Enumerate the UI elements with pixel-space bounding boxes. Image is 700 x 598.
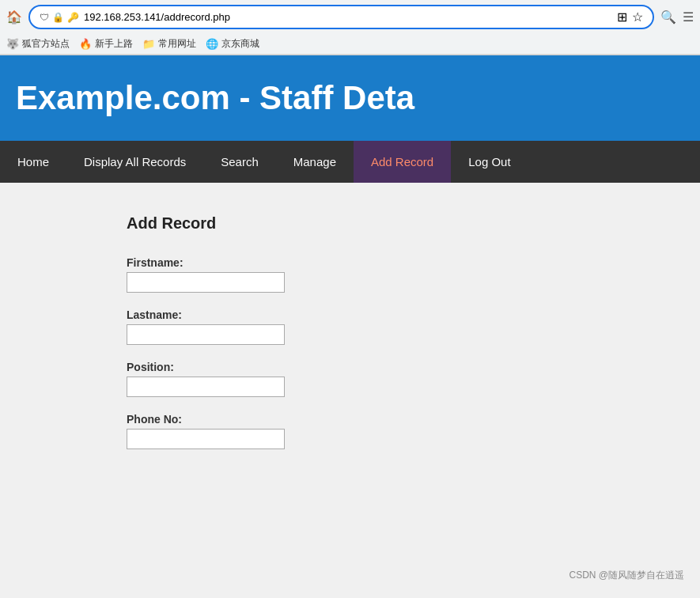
key-icon: 🔑 [67,12,79,23]
bookmark-star-icon[interactable]: ☆ [632,9,643,25]
bookmark-common-label: 常用网址 [158,37,196,51]
lastname-input[interactable] [127,324,285,345]
phone-group: Phone No: [127,413,573,449]
bookmark-foxsite[interactable]: 🐺 狐官方站点 [6,37,70,51]
nav-add-record[interactable]: Add Record [354,141,451,183]
firstname-input[interactable] [127,272,285,293]
bookmark-newuser[interactable]: 🔥 新手上路 [79,37,133,51]
nav-manage[interactable]: Manage [276,141,354,183]
lastname-label: Lastname: [127,308,573,321]
fox-icon: 🐺 [6,38,19,50]
fire-icon: 🔥 [79,38,92,50]
lock-icon: 🔒 [52,12,64,23]
firstname-label: Firstname: [127,256,573,269]
shield-icon: 🛡 [40,12,49,23]
firstname-group: Firstname: [127,256,573,293]
folder-icon: 📁 [142,38,155,50]
nav-logout[interactable]: Log Out [451,141,528,183]
qr-icon[interactable]: ⊞ [617,9,627,25]
nav-search[interactable]: Search [203,141,276,183]
position-input[interactable] [127,377,285,397]
address-bar-input[interactable] [84,11,612,23]
phone-input[interactable] [127,429,285,449]
add-record-form: Firstname: Lastname: Position: Phone No: [127,256,573,449]
browser-nav-icons: 🏠 [6,9,22,25]
phone-label: Phone No: [127,413,573,426]
bookmark-newuser-label: 新手上路 [95,37,133,51]
home-icon[interactable]: 🏠 [6,9,22,25]
site-header: Example.com - Staff Deta [0,55,700,141]
address-bar-container: 🛡 🔒 🔑 ⊞ ☆ [28,5,654,29]
nav-home[interactable]: Home [0,141,66,183]
browser-search-icon[interactable]: 🔍 [660,9,676,25]
bookmark-jd[interactable]: 🌐 京东商城 [206,37,259,51]
nav-display-all[interactable]: Display All Records [66,141,203,183]
bookmark-foxsite-label: 狐官方站点 [22,37,70,51]
site-title: Example.com - Staff Deta [16,79,684,117]
browser-action-icons: 🔍 ☰ [660,9,694,25]
main-content: Add Record Firstname: Lastname: Position… [0,183,700,499]
bookmark-common[interactable]: 📁 常用网址 [142,37,196,51]
browser-menu-icon[interactable]: ☰ [683,9,694,25]
form-title: Add Record [127,214,573,233]
bookmark-jd-label: 京东商城 [221,37,259,51]
globe-icon: 🌐 [206,38,218,50]
position-label: Position: [127,361,573,373]
position-group: Position: [127,361,573,397]
lastname-group: Lastname: [127,308,573,345]
bookmarks-bar: 🐺 狐官方站点 🔥 新手上路 📁 常用网址 🌐 京东商城 [0,34,700,55]
security-icons: 🛡 🔒 🔑 [40,12,79,23]
site-nav: Home Display All Records Search Manage A… [0,141,700,183]
browser-toolbar: 🏠 🛡 🔒 🔑 ⊞ ☆ 🔍 ☰ [0,0,700,34]
browser-chrome: 🏠 🛡 🔒 🔑 ⊞ ☆ 🔍 ☰ 🐺 狐官方站点 🔥 新手上路 📁 [0,0,700,55]
